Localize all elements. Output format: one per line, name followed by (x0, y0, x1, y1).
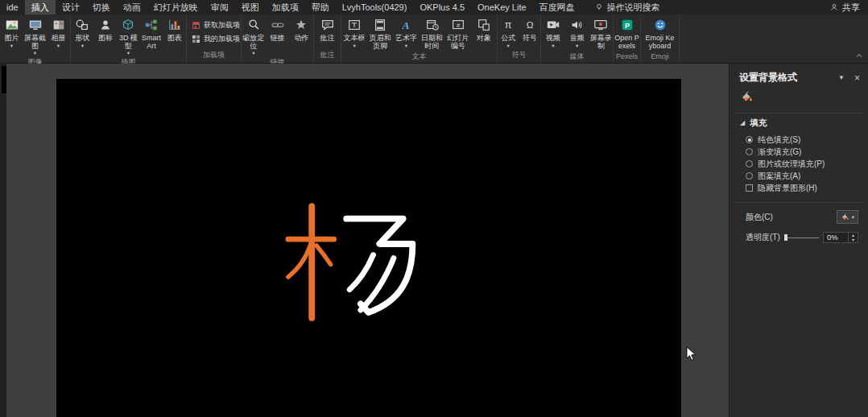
dropdown-caret: ▾ (57, 43, 60, 48)
tab-10[interactable]: LvyhTools(0429) (336, 0, 414, 14)
radio-control[interactable] (746, 148, 753, 155)
textbox-icon (346, 18, 362, 32)
ribbon-group-label: Pexels (614, 51, 640, 63)
ribbon-button-smartart[interactable]: SmartArt (140, 16, 163, 50)
slider-handle[interactable] (784, 234, 787, 241)
ribbon-button-album[interactable]: 相册▾ (47, 16, 70, 48)
datetime-icon (424, 18, 440, 32)
fill-tab[interactable] (730, 86, 868, 111)
ribbon-button-picture[interactable]: 图片▾ (0, 16, 23, 48)
ribbon-button-equation[interactable]: 公式▾ (498, 16, 519, 48)
tab-6[interactable]: 审阅 (205, 0, 235, 14)
ribbon-button-record[interactable]: 屏幕录制 (589, 16, 613, 50)
color-label: 颜色(C) (746, 212, 837, 223)
fill-option-1[interactable]: 渐变填充(G) (730, 146, 868, 158)
transparency-row: 透明度(T) 0% ▴ ▾ (746, 232, 858, 243)
ribbon-group-label: 文本 (341, 50, 497, 64)
ribbon-group-label: 媒体 (541, 50, 613, 64)
fill-section-header[interactable]: ◢ 填充 (730, 118, 868, 129)
tab-4[interactable]: 动画 (117, 0, 147, 14)
slide-thumbnail-pane[interactable] (0, 64, 6, 417)
tab-7[interactable]: 视图 (235, 0, 266, 14)
transparency-label: 透明度(T) (746, 232, 780, 243)
ribbon-button-chart[interactable]: 图表 (163, 16, 186, 43)
tab-8[interactable]: 加载项 (266, 0, 305, 14)
fill-option-label: 图案填充(A) (758, 171, 800, 182)
spinner-down-button[interactable]: ▾ (849, 237, 858, 242)
collapse-ribbon-button[interactable] (853, 50, 866, 60)
radio-control[interactable] (746, 136, 753, 143)
ribbon-button-label: 链接 (271, 35, 285, 43)
ribbon-button-label: 公式 (501, 35, 515, 43)
ribbon-button-slidenumber[interactable]: 幻灯片编号 (445, 16, 471, 50)
ribbon-button-symbol[interactable]: 符号 (519, 16, 541, 43)
ribbon-button-icons[interactable]: 图标 (94, 16, 118, 43)
ribbon-button-label: 日期和时间 (420, 35, 445, 50)
radio-control[interactable] (746, 172, 753, 180)
ribbon-button-label: 对象 (477, 35, 491, 43)
ribbon-button-pexels[interactable]: Open Pexels (614, 16, 640, 50)
tell-me-search[interactable]: 操作说明搜索 (594, 2, 660, 14)
ribbon-button-datetime[interactable]: 日期和时间 (420, 16, 445, 50)
checkbox-control[interactable] (746, 184, 753, 192)
ribbon-groups: 图片▾屏幕截图▾相册▾图像形状▾图标3D 模型▾SmartArt图表插图获取加载… (0, 14, 680, 63)
ribbon-button-textbox[interactable]: 文本框▾ (341, 16, 367, 48)
radio-control[interactable] (746, 160, 753, 167)
transparency-value-spinner[interactable]: 0% ▴ ▾ (823, 232, 858, 243)
record-icon (593, 18, 609, 32)
ribbon-button-emoji[interactable]: Emoji Keyboard (641, 16, 679, 50)
tab-12[interactable]: OneKey Lite (471, 0, 533, 14)
transparency-value[interactable]: 0% (824, 233, 848, 242)
ribbon-button-zoom[interactable]: 缩放定位▾ (242, 16, 266, 56)
chevron-down-icon[interactable]: ▼ (838, 74, 845, 81)
ribbon-button-screenshot[interactable]: 屏幕截图▾ (23, 16, 47, 56)
tab-11[interactable]: OKPlus 4.5 (413, 0, 471, 14)
picture-icon (4, 18, 20, 32)
link-icon (270, 18, 286, 32)
ribbon-button-video[interactable]: 视频▾ (541, 16, 565, 48)
ribbon-button-object[interactable]: 对象 (471, 16, 497, 43)
ribbon-button-link[interactable]: 链接 (266, 16, 290, 43)
tab-13[interactable]: 百度网盘 (533, 0, 581, 14)
fill-option-3[interactable]: 图案填充(A) (730, 170, 868, 182)
ribbon-button-comment[interactable]: 批注 (314, 16, 341, 43)
ribbon-button-model3d[interactable]: 3D 模型▾ (117, 16, 140, 56)
ribbon-button-action[interactable]: 动作 (289, 16, 313, 43)
ribbon-group-6: 公式▾符号符号 (498, 14, 541, 63)
transparency-slider[interactable] (784, 233, 819, 242)
ribbon-button-label: 获取加载项 (204, 22, 240, 30)
ribbon-button-label: 缩放定位 (242, 35, 266, 50)
fill-option-0[interactable]: 纯色填充(S) (730, 134, 868, 146)
ribbon-group-0: 图片▾屏幕截图▾相册▾图像 (0, 14, 71, 63)
ribbon-button-grid[interactable]: 我的加载项▾ (191, 34, 246, 44)
fill-option-2[interactable]: 图片或纹理填充(P) (730, 158, 868, 170)
ribbon-button-headerfooter[interactable]: 页眉和页脚 (367, 16, 393, 50)
ribbon-button-wordart[interactable]: 艺术字▾ (393, 16, 419, 48)
ribbon-button-label: 相册 (52, 35, 66, 43)
format-background-panel: 设置背景格式 ▼ × ◢ 填充 纯色填充(S)渐变填充(G)图片或纹理填充(P)… (729, 64, 868, 417)
tab-3[interactable]: 切换 (86, 0, 117, 14)
action-icon (293, 18, 309, 32)
ribbon-button-audio[interactable]: 音频▾ (565, 16, 589, 48)
share-button[interactable]: 共享 (829, 2, 860, 14)
tab-5[interactable]: 幻灯片放映 (147, 0, 205, 14)
ribbon-tabs: ide插入设计切换动画幻灯片放映审阅视图加载项帮助LvyhTools(0429)… (0, 0, 581, 14)
slide[interactable] (56, 79, 681, 417)
fill-option-4[interactable]: 隐藏背景图形(H) (730, 182, 868, 194)
ribbon-group-label: 批注 (314, 48, 341, 63)
tab-1[interactable]: 插入 (25, 0, 56, 14)
tab-0[interactable]: ide (0, 0, 25, 14)
character-yang (283, 203, 427, 321)
ribbon-button-store[interactable]: 获取加载项 (191, 20, 240, 31)
slide-canvas[interactable] (6, 64, 729, 417)
tab-9[interactable]: 帮助 (305, 0, 336, 14)
fill-option-label: 图片或纹理填充(P) (758, 159, 825, 170)
tab-2[interactable]: 设计 (56, 0, 86, 14)
background-color-picker-button[interactable]: ▾ (837, 210, 858, 224)
ribbon-group-2: 获取加载项我的加载项▾加载项 (187, 14, 242, 63)
close-icon[interactable]: × (854, 72, 860, 84)
album-icon (51, 18, 67, 32)
ribbon-button-shapes[interactable]: 形状▾ (71, 16, 94, 48)
ribbon-button-label: 3D 模型 (117, 35, 140, 50)
ribbon-button-label: 视频 (546, 35, 560, 43)
